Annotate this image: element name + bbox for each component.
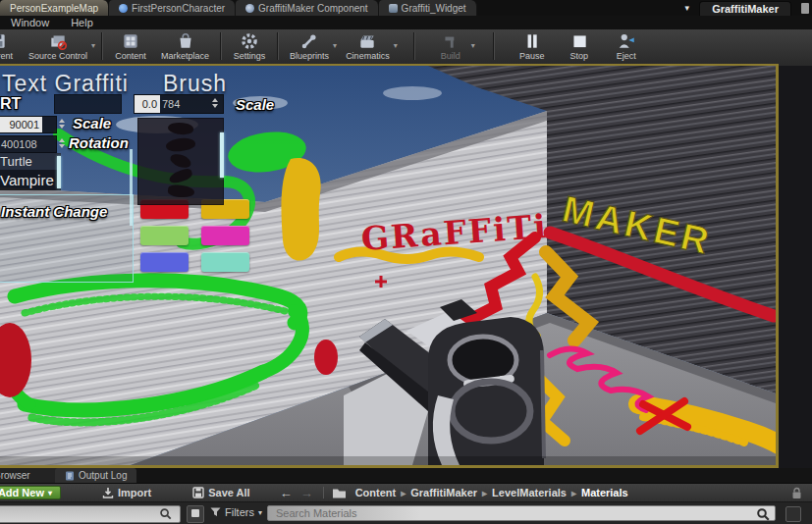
tab-options-caret-icon[interactable]: ▾ bbox=[685, 3, 690, 13]
blueprints-icon bbox=[298, 31, 320, 51]
stop-icon bbox=[568, 31, 590, 51]
content-browser-filter-row: Filters ▾ bbox=[0, 501, 812, 524]
toolbar-separator bbox=[220, 32, 222, 60]
cinematics-caret-icon[interactable]: ▾ bbox=[394, 41, 398, 50]
text-rotation-value: 400108 bbox=[0, 136, 39, 152]
graffiti-hud: Text Graffiti Brush RT 90001 Scale 40010… bbox=[0, 66, 776, 465]
brush-scale-selected: 0.0 bbox=[135, 95, 160, 113]
source-control-caret-icon[interactable]: ▾ bbox=[91, 41, 95, 50]
filter-funnel-icon bbox=[210, 507, 221, 517]
swatch-teal[interactable] bbox=[201, 252, 249, 272]
brush-title: Brush bbox=[163, 71, 227, 97]
swatch-magenta[interactable] bbox=[201, 226, 249, 245]
cinematics-button[interactable]: Cinematics bbox=[339, 29, 397, 61]
blueprints-button[interactable]: Blueprints bbox=[283, 29, 336, 61]
swatch-green[interactable] bbox=[140, 226, 189, 245]
menu-window[interactable]: Window bbox=[0, 17, 60, 28]
text-rotation-label: Rotation bbox=[69, 134, 129, 151]
brush-shape-item[interactable] bbox=[167, 184, 194, 199]
tab-label: PersonExampleMap bbox=[10, 3, 98, 14]
color-swatch-grid bbox=[140, 199, 249, 272]
eject-button[interactable]: Eject bbox=[603, 29, 650, 61]
text-scale-spinbox[interactable]: 90001 bbox=[0, 116, 57, 133]
font-list-scrollbar[interactable] bbox=[57, 156, 61, 188]
tab-label: GraffitiMaker Component bbox=[258, 3, 368, 14]
graffiti-font-list[interactable]: Turtle Vampire bbox=[0, 153, 61, 192]
list-item-vampire[interactable]: Vampire bbox=[0, 170, 61, 190]
brush-panel-highlight bbox=[130, 149, 133, 226]
save-all-button[interactable]: Save All bbox=[185, 487, 257, 498]
brush-spinner-arrows-icon[interactable] bbox=[211, 98, 219, 108]
add-new-caret-icon: ▾ bbox=[48, 489, 52, 498]
save-search-button[interactable] bbox=[785, 506, 801, 522]
gear-icon bbox=[239, 31, 260, 51]
instant-change-label: Instant Change bbox=[1, 203, 107, 220]
brush-shape-item[interactable] bbox=[168, 168, 193, 185]
search-materials-input[interactable] bbox=[267, 505, 776, 521]
tab-label: FirstPersonCharacter bbox=[132, 3, 225, 14]
toolbar-separator bbox=[277, 32, 279, 60]
sources-view-button[interactable] bbox=[187, 505, 204, 523]
source-control-icon bbox=[47, 31, 69, 51]
content-browser-toolbar: Add New ▾ Import Save All ← → Conte bbox=[0, 483, 812, 501]
list-item-turtle[interactable]: Turtle bbox=[0, 153, 61, 170]
tabbar-right: ▾ GraffitiMaker bbox=[685, 0, 812, 16]
hammer-icon bbox=[440, 31, 461, 51]
tab-graffiti-widget[interactable]: Graffiti_Widget bbox=[379, 0, 477, 16]
rotation-spinner-arrows-icon[interactable] bbox=[58, 138, 66, 148]
breadcrumb-graffitimaker[interactable]: GraffitiMaker bbox=[406, 487, 482, 498]
toolbar-separator bbox=[101, 32, 103, 60]
bottom-tab-strip: Browser Output Log bbox=[0, 468, 812, 483]
clapperboard-icon bbox=[356, 31, 378, 51]
build-button[interactable]: Build bbox=[427, 29, 474, 61]
tab-output-log[interactable]: Output Log bbox=[55, 468, 136, 483]
editor-toolbar: Current Source Control ▾ Content Marketp… bbox=[0, 29, 812, 65]
import-icon bbox=[102, 487, 114, 498]
brush-list-scrollbar[interactable] bbox=[220, 132, 224, 178]
save-icon bbox=[0, 31, 9, 51]
add-new-button[interactable]: Add New ▾ bbox=[0, 486, 61, 499]
nav-forward-button[interactable]: → bbox=[297, 486, 317, 500]
path-search-input[interactable] bbox=[0, 505, 181, 523]
nav-back-button[interactable]: ← bbox=[276, 486, 297, 500]
blueprints-caret-icon[interactable]: ▾ bbox=[333, 41, 337, 50]
swatch-blue[interactable] bbox=[140, 252, 189, 272]
breadcrumb-content[interactable]: Content bbox=[351, 487, 402, 498]
tab-graffitimaker-component[interactable]: GraffitiMaker Component bbox=[236, 0, 379, 16]
breadcrumb-materials[interactable]: Materials bbox=[576, 487, 633, 498]
filters-button[interactable]: Filters ▾ bbox=[210, 506, 262, 518]
text-rotation-spinbox[interactable]: 400108 bbox=[0, 135, 57, 153]
settings-button[interactable]: Settings bbox=[226, 29, 273, 61]
viewport-right-margin bbox=[779, 64, 812, 470]
content-button[interactable]: Content bbox=[107, 29, 154, 61]
scale-spinner-arrows-icon[interactable] bbox=[58, 119, 66, 129]
pause-button[interactable]: Pause bbox=[509, 29, 556, 61]
tab-firstperson-character[interactable]: FirstPersonCharacter bbox=[109, 0, 236, 16]
breadcrumb-levelmaterials[interactable]: LevelMaterials bbox=[487, 487, 571, 498]
import-button[interactable]: Import bbox=[94, 487, 159, 498]
menu-help[interactable]: Help bbox=[60, 17, 104, 28]
brush-shape-list[interactable] bbox=[137, 118, 224, 205]
tab-label: Graffiti_Widget bbox=[402, 3, 466, 14]
text-graffiti-title: Text Graffiti bbox=[2, 71, 129, 97]
lock-icon[interactable] bbox=[791, 487, 802, 499]
toolbar-separator bbox=[413, 32, 415, 60]
save-all-icon bbox=[192, 487, 204, 498]
output-log-icon bbox=[65, 471, 75, 481]
window-corner-button[interactable] bbox=[801, 3, 809, 14]
content-browser-panel: Browser Output Log Add New ▾ Import bbox=[0, 468, 812, 524]
source-control-button[interactable]: Source Control bbox=[22, 29, 94, 61]
content-browser-icon bbox=[120, 31, 141, 51]
save-current-button[interactable]: Current bbox=[0, 29, 22, 61]
marketplace-icon bbox=[175, 31, 196, 51]
graffiti-text-input[interactable] bbox=[54, 94, 122, 114]
brush-shape-item[interactable] bbox=[165, 135, 196, 153]
blueprint-icon bbox=[119, 4, 128, 13]
game-viewport[interactable]: GRaFFiTi MAKER bbox=[0, 64, 779, 468]
marketplace-button[interactable]: Marketplace bbox=[154, 29, 216, 61]
brush-shape-item[interactable] bbox=[169, 152, 193, 171]
tab-level-map[interactable]: PersonExampleMap bbox=[0, 0, 109, 16]
pause-icon bbox=[521, 31, 543, 51]
stop-button[interactable]: Stop bbox=[556, 29, 603, 61]
brush-shape-item[interactable] bbox=[167, 121, 193, 136]
